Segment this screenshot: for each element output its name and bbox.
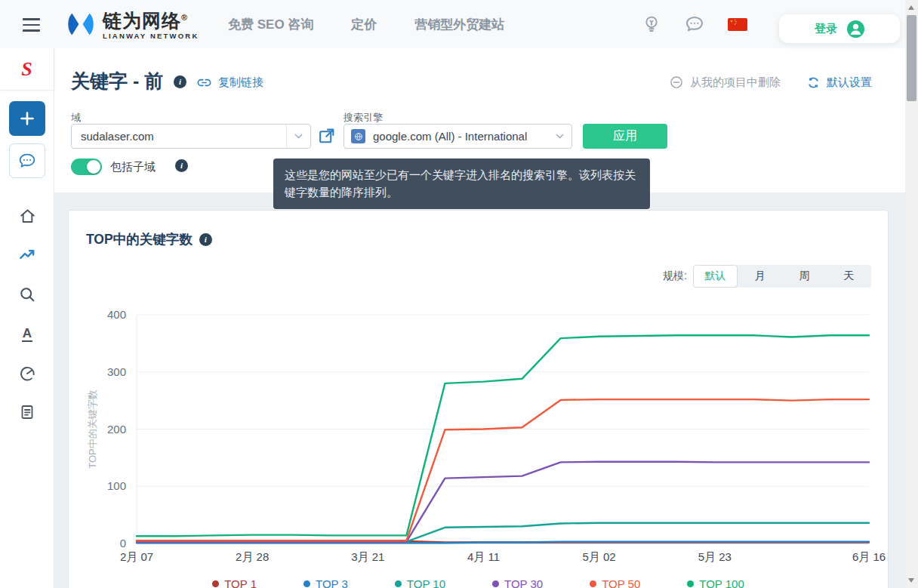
left-sidebar: S A [0, 48, 54, 588]
document-icon [18, 403, 36, 421]
legend-label: TOP 10 [407, 577, 445, 588]
project-logo[interactable]: S [0, 48, 54, 91]
sidebar-item-speed[interactable] [0, 353, 54, 393]
nav-marketing-site[interactable]: 营销型外贸建站 [414, 16, 504, 33]
include-subdomains-toggle[interactable] [71, 159, 102, 175]
vertical-scrollbar[interactable] [905, 0, 918, 588]
letter-a-underline-icon: A [22, 326, 32, 342]
svg-text:2月 28: 2月 28 [236, 550, 269, 563]
minus-circle-icon [669, 75, 684, 90]
svg-text:5月 23: 5月 23 [698, 550, 732, 563]
link-icon [196, 75, 212, 91]
sidebar-item-search[interactable] [0, 275, 54, 314]
search-engine-select[interactable]: google.com (All) - International [343, 124, 572, 149]
subdomain-info-icon[interactable]: i [175, 159, 188, 172]
remove-from-projects-button[interactable]: 从我的项目中删除 [669, 75, 781, 90]
engine-tooltip: 这些是您的网站至少已有一个关键字进入排名的搜索引擎。该列表按关键字数量的降序排列… [273, 159, 650, 209]
legend-label: TOP 100 [699, 577, 744, 588]
login-label: 登录 [815, 22, 837, 36]
user-avatar-icon [847, 20, 864, 38]
sidebar-item-text-tool[interactable]: A [0, 314, 54, 353]
search-icon [18, 285, 37, 304]
home-icon [18, 207, 37, 226]
sidebar-item-rank-trend[interactable] [0, 236, 54, 275]
svg-text:4月 11: 4月 11 [467, 550, 500, 563]
svg-text:3月 21: 3月 21 [351, 550, 384, 563]
chevron-down-icon[interactable] [286, 125, 310, 148]
domain-value: sudalaser.com [72, 130, 154, 143]
add-project-button[interactable] [9, 101, 45, 136]
legend-dot-icon [687, 580, 694, 587]
chart-legend: TOP 1TOP 3TOP 10TOP 30TOP 50TOP 100 [69, 577, 888, 588]
scale-option-default[interactable]: 默认 [693, 265, 738, 288]
svg-text:400: 400 [107, 308, 126, 321]
scale-option-month[interactable]: 月 [738, 265, 782, 288]
logo-title: 链为网络 [103, 10, 181, 31]
chart-info-icon[interactable]: i [199, 233, 212, 246]
app-logo[interactable]: 链为网络® LIANWAY NETWORK [65, 8, 199, 40]
default-settings-button[interactable]: 默认设置 [806, 75, 872, 90]
google-globe-icon [351, 129, 365, 143]
svg-text:100: 100 [107, 479, 126, 492]
legend-dot-icon [590, 580, 596, 587]
legend-label: TOP 30 [504, 577, 543, 588]
svg-text:0: 0 [120, 537, 126, 550]
refresh-icon [806, 75, 821, 90]
domain-field-label: 域 [71, 111, 81, 125]
scale-option-day[interactable]: 天 [827, 265, 871, 288]
apply-button[interactable]: 应用 [583, 124, 667, 149]
plus-icon [18, 109, 36, 128]
report-header-panel: 关键字 - 前 i 复制链接 从我的项目中删除 默认设置 域 sudalaser… [54, 48, 905, 192]
legend-item[interactable]: TOP 10 [395, 577, 445, 588]
speedometer-icon [18, 364, 37, 383]
keywords-chart-card: TOP中的关键字数 i 规模: 默认 月 周 天 0100200300400TO… [68, 210, 889, 588]
login-button[interactable]: 登录 [779, 14, 900, 43]
svg-text:2月 07: 2月 07 [120, 550, 153, 563]
engine-value: google.com (All) - International [373, 130, 527, 143]
trending-up-icon [17, 245, 37, 265]
registered-mark: ® [181, 13, 188, 22]
svg-text:6月 16: 6月 16 [852, 550, 886, 563]
engine-field-label: 搜索引擎 [343, 111, 383, 125]
legend-dot-icon [492, 580, 499, 587]
top-navigation: 免费 SEO 咨询 定价 营销型外贸建站 [228, 0, 504, 48]
nav-free-seo-consult[interactable]: 免费 SEO 咨询 [228, 16, 313, 33]
logo-diamond-icon [65, 8, 97, 40]
open-external-link-icon[interactable] [317, 127, 336, 146]
idea-lightbulb-icon[interactable] [642, 14, 661, 34]
keywords-line-chart[interactable]: 0100200300400TOP中的关键字数2月 072月 283月 214月 … [69, 299, 888, 574]
copy-link-button[interactable]: 复制链接 [196, 75, 263, 91]
nav-pricing[interactable]: 定价 [351, 16, 377, 33]
hamburger-menu-icon[interactable] [23, 18, 40, 35]
title-info-icon[interactable]: i [174, 75, 186, 88]
legend-label: TOP 50 [602, 577, 640, 588]
page-title: 关键字 - 前 i [71, 69, 186, 94]
flag-cn-icon[interactable] [728, 18, 747, 31]
legend-dot-icon [395, 580, 402, 587]
chat-bubble-icon [17, 151, 37, 171]
logo-subtitle: LIANWAY NETWORK [103, 32, 199, 40]
legend-item[interactable]: TOP 1 [212, 577, 257, 588]
scroll-up-arrow-icon[interactable] [908, 5, 914, 10]
seo-app-viewport: { "topbar": { "logo_title": "链为网络", "log… [0, 0, 918, 588]
scale-label: 规模: [663, 269, 687, 283]
chevron-down-icon[interactable] [548, 131, 571, 142]
sidebar-item-home[interactable] [0, 196, 54, 236]
legend-item[interactable]: TOP 30 [492, 577, 543, 588]
copy-link-label: 复制链接 [218, 75, 263, 90]
svg-text:TOP中的关键字数: TOP中的关键字数 [87, 389, 98, 469]
scroll-down-arrow-icon[interactable] [908, 578, 914, 583]
legend-item[interactable]: TOP 50 [590, 577, 640, 588]
topbar: 链为网络® LIANWAY NETWORK 免费 SEO 咨询 定价 营销型外贸… [0, 0, 918, 48]
sidebar-item-reports[interactable] [0, 393, 54, 432]
scale-option-week[interactable]: 周 [782, 265, 827, 288]
feedback-chat-icon[interactable] [684, 14, 705, 35]
domain-select[interactable]: sudalaser.com [71, 124, 311, 149]
svg-text:5月 02: 5月 02 [583, 550, 616, 563]
support-chat-button[interactable] [9, 143, 45, 178]
svg-text:300: 300 [107, 365, 126, 378]
legend-item[interactable]: TOP 3 [303, 577, 348, 588]
legend-item[interactable]: TOP 100 [687, 577, 744, 588]
scrollbar-thumb[interactable] [907, 15, 916, 101]
include-subdomains-label: 包括子域 [110, 160, 156, 174]
